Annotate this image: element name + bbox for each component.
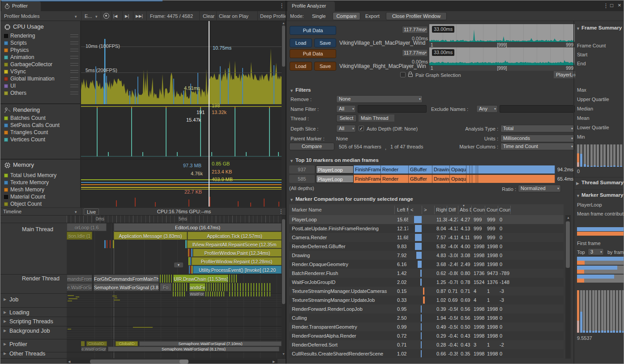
timeline-bar-stripe[interactable] — [256, 283, 257, 291]
timeline-bar-stripe[interactable] — [209, 283, 209, 291]
column-header[interactable]: Count Right — [487, 207, 498, 213]
timeline-bar-stripe[interactable] — [232, 292, 233, 296]
top10-segment[interactable] — [466, 165, 470, 174]
timeline-bar[interactable]: ForGfxCommandsFromMainThread ( — [94, 275, 159, 283]
pair-graph-checkbox[interactable] — [400, 72, 406, 77]
module-item-setpass-calls-count[interactable]: SetPass Calls Count — [10, 122, 69, 128]
top10-segment[interactable]: OpaqueGeometry — [450, 175, 466, 183]
module-item-rendering[interactable]: Rendering — [10, 33, 69, 39]
top10-segment[interactable]: GBuffer — [409, 175, 432, 183]
timeline-bar[interactable] — [81, 341, 85, 346]
timeline-vscrollbar[interactable]: ▼ — [282, 216, 286, 359]
timeline-bar-stripe[interactable] — [182, 283, 183, 291]
thread-foldout-icon[interactable]: ▶ — [4, 329, 8, 333]
timeline-bar[interactable] — [192, 266, 192, 274]
module-item-batches-count[interactable]: Batches Count — [10, 115, 69, 121]
range-dropdown-left[interactable]: 117.77ms ▾ — [402, 26, 428, 34]
top10-segment[interactable] — [478, 165, 555, 174]
last-frame-button[interactable]: ▶▶| — [136, 14, 143, 18]
module-item-object-count[interactable]: Object Count — [10, 201, 69, 207]
save-button-right[interactable]: Save — [314, 62, 336, 71]
window-divider[interactable] — [286, 0, 286, 364]
scroll-right-icon[interactable]: ▶ — [273, 360, 275, 364]
column-header[interactable]: Marker Name — [292, 207, 393, 213]
timeline-bar-stripe[interactable] — [264, 283, 265, 291]
timeline-bar[interactable] — [190, 266, 191, 274]
timeline-bar[interactable] — [110, 240, 111, 248]
timeline-bar[interactable] — [189, 249, 190, 257]
filters-foldout-icon[interactable]: ▼ — [290, 89, 294, 93]
timeline-bar-stripe[interactable] — [210, 292, 211, 296]
timeline-bar-stripe[interactable] — [267, 283, 268, 291]
timeline-bar-stripe[interactable] — [248, 292, 249, 296]
live-button[interactable]: Live — [84, 208, 99, 215]
timeline-bar-stripe[interactable] — [253, 292, 254, 296]
module-item-total-used-memory[interactable]: Total Used Memory — [10, 172, 69, 178]
timeline-bar-stripe[interactable] — [214, 292, 215, 296]
pull-data-button-right[interactable]: Pull Data — [290, 49, 336, 58]
timeline-bar-stripe[interactable] — [235, 292, 235, 296]
module-item-others[interactable]: Others — [10, 90, 69, 96]
thread-label-other-threads[interactable]: Other Threads — [9, 351, 68, 358]
timeline-bar-stripe[interactable] — [229, 275, 230, 283]
pair-graph-label[interactable]: Pair Graph Selection — [415, 72, 461, 78]
timeline-bar[interactable] — [189, 266, 190, 274]
top10-segment[interactable]: Render — [381, 165, 409, 174]
thread-foldout-icon[interactable]: ▶ — [4, 351, 8, 356]
table-scrollbar[interactable]: ▲ — [565, 215, 571, 359]
charts-scrollbar[interactable]: ▲ — [282, 21, 286, 207]
timeline-bar[interactable]: Utility.ProcessEvent() [Invoke] (12.20 — [193, 266, 282, 274]
module-item-physics[interactable]: Physics — [10, 47, 69, 53]
rendering-chart[interactable] — [81, 106, 282, 159]
timeline-bar-stripe[interactable] — [186, 283, 187, 291]
exclude-names-input[interactable] — [500, 105, 575, 113]
timeline-bar-stripe[interactable] — [261, 292, 262, 296]
timeline-bar[interactable] — [188, 257, 190, 265]
column-header[interactable]: Diff — [449, 207, 457, 213]
module-item-vsync[interactable]: VSync — [10, 68, 69, 75]
column-header[interactable]: > — [424, 207, 434, 213]
timeline-bar-stripe[interactable] — [253, 283, 254, 291]
top10-segment[interactable]: OpaqueGeometry — [450, 165, 466, 174]
remove-dropdown[interactable]: None▾ — [336, 95, 423, 103]
timeline-bar[interactable]: llView.RepaintAll.RepaintScene (12.35m — [187, 240, 282, 248]
frame-summary-foldout-icon[interactable]: ▼ — [576, 26, 580, 31]
thread-foldout-icon[interactable]: ▶ — [4, 342, 8, 347]
timeline-bar[interactable] — [115, 297, 117, 298]
units-dropdown[interactable]: Milliseconds▾ — [500, 135, 575, 142]
module-item-vertices-count[interactable]: Vertices Count — [10, 136, 69, 143]
close-icon[interactable]: × — [618, 2, 621, 8]
timeline-view-dropdown[interactable]: Timeline — [3, 209, 21, 214]
timeline-bar-stripe[interactable] — [248, 283, 249, 291]
name-filter-input[interactable] — [358, 105, 427, 113]
timeline-bar[interactable] — [112, 296, 117, 296]
timeline-bar[interactable] — [113, 240, 114, 248]
top10-foldout-icon[interactable]: ▼ — [290, 159, 294, 163]
timeline-bar-stripe[interactable] — [167, 275, 167, 283]
top10-segment[interactable]: Drawing — [432, 165, 450, 174]
timeline-bar-stripe[interactable] — [215, 283, 216, 291]
scrollbar-thumb-end[interactable] — [180, 360, 188, 364]
timeline-bar[interactable] — [188, 249, 189, 257]
timeline-bar-stripe[interactable] — [237, 292, 238, 296]
timeline-bar-stripe[interactable] — [184, 283, 185, 291]
timeline-bar[interactable]: Semaphore.WaitForSignal (7.10ms) — [139, 341, 282, 346]
timeline-bar[interactable] — [68, 295, 74, 296]
top10-segment[interactable]: PlayerLoop — [316, 165, 354, 174]
thread-label-job[interactable]: Job — [9, 296, 68, 304]
timeline-menu-kebab-icon[interactable]: ⋮ — [278, 208, 284, 215]
deep-profile-toggle[interactable]: Deep Profile — [260, 13, 287, 19]
record-icon[interactable] — [103, 13, 109, 19]
clear-on-play-button[interactable]: Clear on Play — [219, 13, 248, 19]
drag-handle-icon[interactable] — [70, 70, 78, 73]
timeline-bar-stripe[interactable] — [234, 275, 235, 283]
timeline-bar[interactable] — [68, 301, 72, 301]
mode-compare-button[interactable]: Compare — [333, 12, 360, 20]
marker-columns-dropdown[interactable]: Time and Count▾ — [500, 143, 575, 150]
timeline-bar[interactable] — [190, 257, 191, 265]
timeline-bar-stripe[interactable] — [164, 275, 165, 283]
timeline-bar-stripe[interactable] — [259, 283, 260, 291]
timeline-bar-stripe[interactable] — [269, 283, 270, 291]
timeline-bar[interactable]: tion.Idle (1 — [67, 232, 92, 240]
drag-handle-icon[interactable] — [70, 49, 78, 51]
